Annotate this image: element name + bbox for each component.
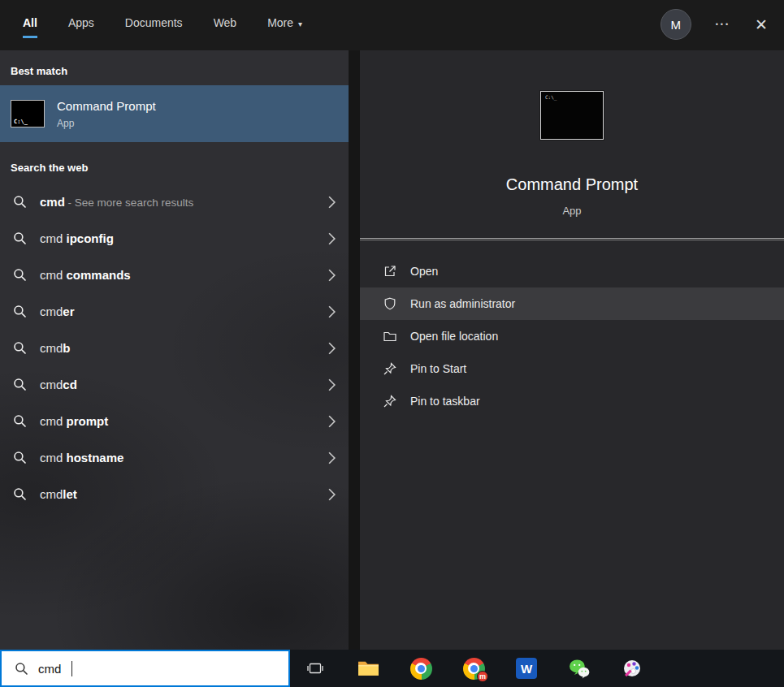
admin-shield-icon: [383, 296, 397, 311]
taskbar-search-input[interactable]: cmd: [0, 650, 290, 687]
search-suggestion[interactable]: cmd commands: [0, 257, 349, 293]
best-match-text: Command Prompt App: [57, 99, 156, 129]
search-header: All Apps Documents Web More▾ M ••• ✕: [0, 0, 784, 50]
best-match-subtitle: App: [57, 118, 156, 129]
search-icon: [13, 195, 27, 209]
best-match-title: Command Prompt: [57, 99, 156, 113]
file-explorer-icon: [357, 659, 379, 677]
search-suggestion[interactable]: cmd - See more search results: [0, 184, 349, 220]
action-run-as-administrator[interactable]: Run as administrator: [360, 287, 784, 320]
suggestion-text: cmd prompt: [40, 414, 315, 428]
chrome-icon: [410, 658, 432, 680]
action-label: Pin to Start: [410, 362, 466, 375]
pin-icon: [383, 361, 397, 376]
tab-apps[interactable]: Apps: [68, 16, 94, 38]
search-suggestion[interactable]: cmd hostname: [0, 439, 349, 476]
action-label: Open file location: [410, 330, 498, 343]
tab-apps-label: Apps: [68, 16, 94, 29]
open-in-window-icon: [383, 264, 397, 279]
search-icon: [13, 487, 27, 501]
search-icon: [13, 305, 27, 318]
best-match-item[interactable]: C:\_ Command Prompt App: [0, 85, 349, 142]
search-suggestion[interactable]: cmd prompt: [0, 403, 349, 439]
taskbar: cmd m W: [0, 650, 784, 687]
action-label: Pin to taskbar: [410, 395, 480, 408]
preview-title: Command Prompt: [506, 175, 638, 194]
tab-more-label: More: [267, 16, 293, 29]
search-icon: [15, 662, 28, 676]
web-suggestion-list: cmd - See more search results cmd ipconf…: [0, 184, 349, 512]
suggestion-text: cmdcd: [40, 378, 315, 391]
paint-3d-icon: [622, 658, 643, 679]
search-icon: [13, 378, 27, 391]
file-explorer-button[interactable]: [357, 657, 379, 680]
user-avatar[interactable]: M: [661, 9, 691, 40]
task-view-button[interactable]: [304, 657, 327, 680]
chevron-right-icon[interactable]: [328, 196, 336, 209]
word-button[interactable]: W: [515, 657, 538, 680]
search-suggestion[interactable]: cmder: [0, 293, 349, 330]
search-filter-tabs: All Apps Documents Web More▾: [0, 0, 302, 38]
text-cursor: [71, 661, 72, 676]
search-icon: [13, 341, 27, 355]
chevron-right-icon[interactable]: [328, 378, 336, 391]
suggestion-text: cmder: [40, 305, 315, 318]
wechat-button[interactable]: [568, 657, 591, 680]
command-prompt-icon-glyph: C:\_: [14, 119, 28, 125]
search-suggestion[interactable]: cmdb: [0, 330, 349, 366]
chevron-right-icon[interactable]: [328, 305, 336, 318]
action-label: Run as administrator: [410, 297, 515, 310]
results-panel: Best match C:\_ Command Prompt App Searc…: [0, 50, 349, 650]
pin-icon: [383, 394, 397, 408]
action-open[interactable]: Open: [360, 255, 784, 287]
search-suggestion[interactable]: cmd ipconfig: [0, 220, 349, 257]
command-prompt-icon-glyph: C:\_: [545, 94, 557, 100]
word-icon: W: [516, 658, 537, 679]
chrome-button[interactable]: [409, 657, 432, 680]
search-icon: [13, 414, 27, 428]
tab-documents-label: Documents: [125, 16, 183, 29]
tab-all[interactable]: All: [23, 16, 37, 38]
search-icon: [13, 231, 27, 245]
chrome-profile-button[interactable]: m: [462, 657, 485, 680]
suggestion-text: cmd commands: [40, 268, 315, 282]
action-open-file-location[interactable]: Open file location: [360, 320, 784, 352]
search-the-web-label: Search the web: [0, 142, 349, 184]
suggestion-text: cmd hostname: [40, 451, 315, 464]
tab-all-label: All: [23, 16, 37, 29]
action-pin-to-start[interactable]: Pin to Start: [360, 352, 784, 385]
command-prompt-icon: C:\_: [11, 100, 45, 127]
tab-web[interactable]: Web: [214, 16, 237, 38]
tab-documents[interactable]: Documents: [125, 16, 183, 38]
action-pin-to-taskbar[interactable]: Pin to taskbar: [360, 385, 784, 417]
suggestion-text: cmdlet: [40, 487, 315, 501]
close-icon[interactable]: ✕: [755, 17, 768, 32]
divider: [360, 238, 784, 240]
tab-web-label: Web: [214, 16, 237, 29]
chevron-right-icon[interactable]: [328, 488, 336, 501]
task-view-icon: [305, 659, 325, 677]
best-match-label: Best match: [0, 50, 349, 85]
wechat-icon: [568, 658, 591, 680]
chevron-right-icon[interactable]: [328, 452, 336, 464]
search-suggestion[interactable]: cmdlet: [0, 476, 349, 512]
chevron-right-icon[interactable]: [328, 415, 336, 428]
action-label: Open: [410, 265, 438, 278]
search-suggestion[interactable]: cmdcd: [0, 366, 349, 403]
tab-more[interactable]: More▾: [267, 16, 302, 38]
header-actions: M ••• ✕: [661, 0, 784, 40]
chevron-down-icon: ▾: [298, 19, 302, 28]
red-badge-icon: m: [477, 671, 488, 682]
action-list: Open Run as administrator Open file loca…: [360, 255, 784, 417]
chevron-right-icon[interactable]: [328, 269, 336, 282]
chevron-right-icon[interactable]: [328, 232, 336, 245]
preview-panel: C:\_ Command Prompt App Open Run as admi…: [360, 50, 784, 650]
search-icon: [13, 268, 27, 282]
start-search-panel: All Apps Documents Web More▾ M ••• ✕ Bes…: [0, 0, 784, 687]
more-options-icon[interactable]: •••: [716, 20, 730, 28]
paint-3d-button[interactable]: [621, 657, 643, 680]
command-prompt-icon-large: C:\_: [540, 91, 604, 140]
preview-subtitle: App: [562, 205, 581, 217]
folder-location-icon: [383, 329, 397, 344]
chevron-right-icon[interactable]: [328, 342, 336, 355]
